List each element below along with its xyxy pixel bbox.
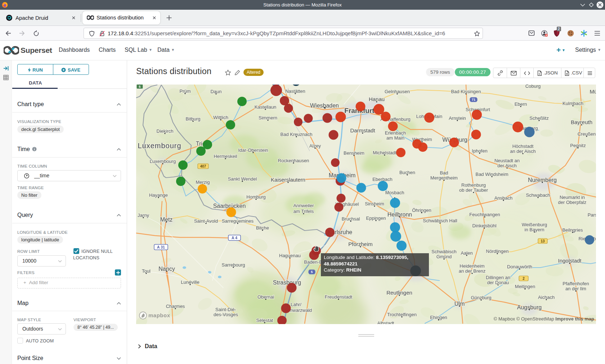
svg-text:Höchstadt: Höchstadt [512,144,534,149]
svg-text:am Trifels: am Trifels [293,209,314,214]
svg-text:Bad Kissingen: Bad Kissingen [451,89,481,94]
svg-text:Michelstadt: Michelstadt [373,150,396,155]
svg-text:Wittlich: Wittlich [213,115,228,120]
svg-text:Kastellaun: Kastellaun [255,104,277,110]
svg-text:Simmern: Simmern [259,115,277,120]
svg-text:der Oberpfalz: der Oberpfalz [558,200,587,205]
svg-text:Ebern: Ebern [515,101,527,107]
svg-text:Lahr/: Lahr/ [291,302,301,307]
svg-text:5: 5 [311,270,313,274]
svg-text:Homburg: Homburg [246,194,265,200]
svg-text:der Aisch: der Aisch [497,163,516,168]
svg-text:Rothenburg: Rothenburg [461,182,486,188]
svg-text:Rockenhausen: Rockenhausen [278,158,309,163]
svg-text:Category: RHEIN: Category: RHEIN [324,267,361,273]
svg-text:Münch: Münch [590,88,596,95]
svg-text:am Main: am Main [386,135,404,141]
svg-text:Eppingen: Eppingen [366,215,386,221]
svg-text:Sélestat: Sélestat [256,318,273,323]
svg-text:2: 2 [523,277,525,281]
svg-text:Nördlingen: Nördlingen [486,249,509,254]
svg-text:Feuchtwangen: Feuchtwangen [469,212,500,217]
svg-text:Mosbach: Mosbach [385,190,404,195]
svg-text:Bensheim: Bensheim [344,150,364,156]
svg-text:Donauwörth: Donauwörth [507,264,532,269]
svg-text:Aalen: Aalen [461,250,472,256]
svg-text:Luxembourg: Luxembourg [150,159,176,164]
svg-text:48.8859674221: 48.8859674221 [324,261,358,267]
svg-text:Luxembourg: Luxembourg [138,142,181,150]
svg-text:Haguenau: Haguenau [279,253,301,258]
svg-text:Daun: Daun [210,89,221,94]
svg-text:Buchen: Buchen [399,170,415,175]
svg-text:Idar-Oberstein: Idar-Oberstein [238,147,268,153]
svg-text:Bad Windsheim: Bad Windsheim [475,172,508,177]
svg-text:Longitude and Latitude: 8.1359: Longitude and Latitude: 8.1359273095, [324,255,408,260]
svg-text:Freudenstadt: Freudenstadt [325,294,353,300]
svg-text:Ansbach: Ansbach [494,195,513,201]
svg-text:des-Vosges: des-Vosges [214,312,238,317]
svg-text:Jarny: Jarny [138,213,149,218]
svg-text:Coburg: Coburg [525,85,541,89]
svg-text:Nastätten: Nastätten [285,88,305,94]
svg-text:13: 13 [541,239,545,243]
svg-text:Charmes: Charmes [166,304,185,309]
svg-text:Bitche: Bitche [256,225,269,231]
svg-text:Arnstein: Arnstein [449,115,466,121]
svg-text:Pegnitz: Pegnitz [570,143,586,148]
svg-text:Dinkelsbühl: Dinkelsbühl [472,223,496,228]
svg-text:Lunéville: Lunéville [181,279,199,285]
svg-text:mapbox: mapbox [148,312,170,318]
svg-text:Creußen: Creußen [578,131,596,137]
svg-text:Mergentheim: Mergentheim [430,175,458,181]
svg-text:ob der Tauber: ob der Tauber [459,187,488,193]
svg-text:Albstadt: Albstadt [377,320,394,324]
svg-text:71: 71 [472,97,476,101]
svg-text:Bruchsal: Bruchsal [342,216,360,222]
svg-text:in Bayern: in Bayern [525,227,544,232]
svg-text:Hermeskeil: Hermeskeil [214,154,237,159]
svg-text:an der Brenz: an der Brenz [459,268,485,274]
svg-text:an der Ilm: an der Ilm [565,286,586,291]
svg-text:Erlenbach: Erlenbach [385,130,406,136]
svg-text:Schwäbisch Hall: Schwäbisch Hall [423,218,457,223]
svg-text:Prüm: Prüm [179,88,191,94]
svg-text:5: 5 [139,85,141,88]
svg-text:Bad: Bad [440,170,448,176]
svg-text:an der Aisch: an der Aisch [510,149,536,154]
svg-text:Obernai: Obernai [257,294,274,300]
svg-text:Beilngries: Beilngries [562,227,583,233]
svg-text:der Donau: der Donau [487,280,509,285]
svg-text:Gmünd: Gmünd [436,254,452,259]
svg-text:Neustadt an: Neustadt an [494,158,520,163]
svg-text:Ehingen: Ehingen [430,315,447,320]
svg-text:Kulmbach: Kulmbach [563,101,583,106]
svg-text:Weißenburg: Weißenburg [522,222,547,227]
svg-text:Trochtelfingen: Trochtelfingen [387,312,417,317]
svg-text:A 31: A 31 [157,245,165,249]
svg-text:Strasbourg: Strasbourg [273,279,301,286]
svg-text:Bad Kreuznach: Bad Kreuznach [281,132,313,137]
svg-text:Saint-Avold: Saint-Avold [194,218,218,224]
svg-text:Schwabach: Schwabach [526,192,550,198]
svg-text:Neumarkt in: Neumarkt in [560,195,585,200]
svg-text:Merzig: Merzig [196,179,210,185]
svg-text:Meitingen: Meitingen [515,284,535,289]
svg-text:Diekirch: Diekirch [157,128,174,134]
svg-text:Bitburg: Bitburg [185,116,200,122]
svg-text:Alzey: Alzey [309,143,321,149]
svg-text:A 4: A 4 [232,236,237,240]
svg-text:Dillingen an: Dillingen an [486,275,510,280]
svg-text:Sarreguemines: Sarreguemines [222,218,254,224]
svg-text:Annweiler: Annweiler [293,203,314,208]
svg-text:Toul: Toul [142,268,151,274]
svg-text:Scheßlitz: Scheßlitz [529,115,548,121]
svg-text:Schwäbisch: Schwäbisch [431,249,456,254]
svg-text:Günzburg: Günzburg [471,295,491,300]
svg-text:407: 407 [200,164,206,168]
svg-text:Sarrebourg: Sarrebourg [221,262,245,268]
svg-text:Öhringen: Öhringen [412,208,431,213]
svg-text:Heidenheim: Heidenheim [460,263,484,269]
svg-text:Hayange: Hayange [149,192,168,198]
svg-text:Parsberg: Parsberg [588,212,596,218]
